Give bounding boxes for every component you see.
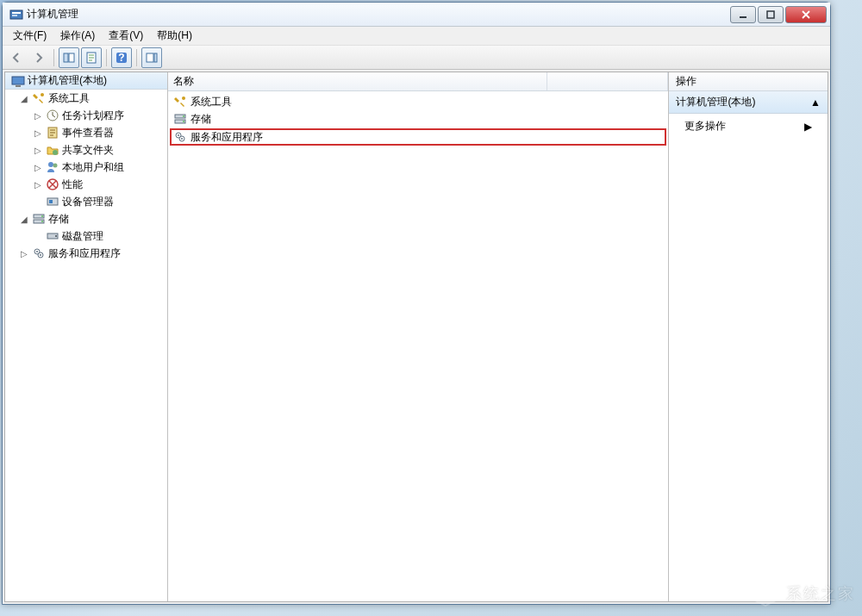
tree-root[interactable]: 计算机管理(本地) [5,72,167,90]
svg-rect-11 [154,53,157,62]
svg-rect-1 [12,12,21,14]
collapse-icon[interactable]: ▲ [810,96,821,109]
disk-icon [46,229,59,243]
show-hide-action-button[interactable] [141,47,162,68]
collapse-icon[interactable]: ◢ [19,94,29,103]
device-icon [46,195,59,208]
list-header-name[interactable]: 名称 [168,72,547,90]
expand-icon[interactable]: ▷ [33,146,43,155]
tree-performance[interactable]: ▷ 性能 [5,176,167,193]
app-icon [9,8,23,22]
list-header-spacer[interactable] [547,72,668,90]
list-body[interactable]: 系统工具 存储 服务和应用程序 [168,91,668,601]
expand-icon[interactable]: ▷ [19,249,29,258]
tree-system-tools[interactable]: ◢ 系统工具 [5,90,167,107]
menu-action[interactable]: 操作(A) [53,27,102,45]
tree-services-apps[interactable]: ▷ 服务和应用程序 [5,245,167,262]
tree-label: 服务和应用程序 [48,246,121,261]
list-item-services-apps[interactable]: 服务和应用程序 [170,128,666,146]
tree-label: 本地用户和组 [62,160,124,175]
list-header[interactable]: 名称 [168,72,668,91]
blank-expander [33,232,43,241]
tree-device-manager[interactable]: 设备管理器 [5,193,167,210]
show-hide-tree-button[interactable] [59,47,79,68]
storage-icon [173,112,187,126]
clock-icon [46,109,59,122]
actions-more-label: 更多操作 [684,119,726,134]
tree-disk-management[interactable]: 磁盘管理 [5,227,167,245]
list-item-label: 服务和应用程序 [191,130,263,145]
svg-point-19 [53,164,58,168]
event-icon [46,126,59,140]
close-button[interactable] [785,6,827,23]
forward-button[interactable] [28,47,49,68]
svg-rect-5 [64,53,68,62]
performance-icon [46,177,59,191]
watermark: 系统之家 [750,578,855,609]
tree-shared-folders[interactable]: ▷ 共享文件夹 [5,141,167,159]
svg-point-33 [182,96,185,100]
tree-label: 任务计划程序 [62,109,124,123]
tree-storage[interactable]: ◢ 存储 [5,210,167,227]
actions-more[interactable]: 更多操作 ▶ [669,114,828,139]
expand-icon[interactable]: ▷ [33,163,43,172]
toolbar-separator [53,49,54,66]
svg-rect-10 [147,53,153,62]
svg-point-26 [41,221,43,222]
svg-rect-4 [767,11,774,18]
svg-rect-22 [49,200,53,203]
minimize-button[interactable] [730,6,756,23]
svg-point-14 [41,93,44,96]
menu-help[interactable]: 帮助(H) [150,27,199,45]
back-button[interactable] [6,47,27,68]
svg-rect-3 [740,16,746,18]
svg-point-25 [41,215,43,217]
svg-text:?: ? [118,52,124,64]
users-icon [46,160,59,174]
help-button[interactable]: ? [111,47,132,68]
svg-point-17 [53,150,58,155]
svg-point-28 [55,235,57,237]
maximize-button[interactable] [758,6,784,23]
tree-local-users[interactable]: ▷ 本地用户和组 [5,159,167,176]
tree-pane[interactable]: 计算机管理(本地) ◢ 系统工具 ▷ 任务计划程序 ▷ 事件查看器 ▷ 共享文件 [5,72,168,601]
services-icon [32,246,46,260]
blank-expander [33,197,43,207]
expand-icon[interactable]: ▷ [33,111,43,121]
tools-icon [32,91,46,105]
expand-icon[interactable]: ▷ [33,128,43,138]
list-item-system-tools[interactable]: 系统工具 [170,93,666,110]
chevron-right-icon: ▶ [804,121,812,133]
svg-point-40 [178,134,179,136]
watermark-logo-icon [750,578,781,609]
actions-header: 操作 [669,72,828,91]
tree-label: 系统工具 [48,91,90,106]
svg-point-37 [183,121,184,122]
toolbar: ? [3,46,830,70]
computer-management-window: 计算机管理 文件(F) 操作(A) 查看(V) 帮助(H) ? 计算机管理(本地… [2,2,831,605]
collapse-icon[interactable]: ◢ [19,215,29,224]
menubar: 文件(F) 操作(A) 查看(V) 帮助(H) [3,27,830,46]
actions-section-title: 计算机管理(本地) [676,95,755,109]
expand-icon[interactable]: ▷ [33,180,43,190]
properties-button[interactable] [81,47,102,68]
tree-label: 共享文件夹 [62,143,114,158]
actions-pane: 操作 计算机管理(本地) ▲ 更多操作 ▶ [669,72,828,601]
svg-point-41 [181,138,183,140]
menu-view[interactable]: 查看(V) [102,27,150,45]
svg-point-36 [183,115,184,117]
tree-label: 性能 [62,177,83,192]
window-title: 计算机管理 [27,7,728,22]
list-item-storage[interactable]: 存储 [170,110,666,128]
toolbar-separator [106,49,107,66]
tree-label: 磁盘管理 [62,229,103,244]
svg-point-18 [48,162,53,167]
tree-task-scheduler[interactable]: ▷ 任务计划程序 [5,107,167,124]
tree-event-viewer[interactable]: ▷ 事件查看器 [5,124,167,141]
titlebar[interactable]: 计算机管理 [3,3,830,27]
tree-root-label: 计算机管理(本地) [28,73,107,88]
actions-section[interactable]: 计算机管理(本地) ▲ [669,91,828,114]
menu-file[interactable]: 文件(F) [6,27,53,45]
svg-rect-13 [16,85,21,87]
window-buttons [728,6,827,23]
